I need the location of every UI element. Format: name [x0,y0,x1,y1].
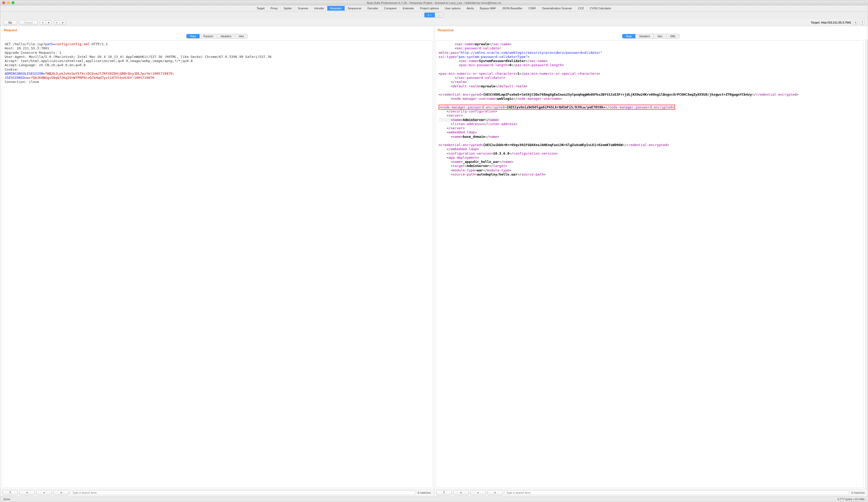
request-tab-hex[interactable]: Hex [235,34,248,38]
next-match-button[interactable]: > [53,490,69,495]
target-label: Target: http://10.211.55.3:7001 [811,21,851,24]
help-button[interactable]: ? [436,490,452,495]
toolbar: Go Cancel < ▾ > ▾ Target: http://10.211.… [0,19,868,26]
help-button[interactable]: ? [2,490,18,495]
repeater-tab-more[interactable]: ... [435,13,444,17]
window-title: Burp Suite Professional v1.7.26 - Tempor… [0,1,868,4]
nav-forward-button[interactable]: > [54,21,60,24]
main-tab-bar: TargetProxySpiderScannerIntruderRepeater… [0,6,868,11]
help-icon[interactable]: ? [860,20,865,25]
next-match-button[interactable]: > [487,490,503,495]
highlighted-password-line: <node-manager-password-encrypted>{AES}yv… [439,105,675,110]
request-header: Request [0,26,434,33]
response-pane: Response RawHeadersHexXML <sec:name>myre… [434,26,868,496]
response-header: Response [434,26,868,33]
tab-target[interactable]: Target [254,6,268,11]
response-tab-hex[interactable]: Hex [654,34,666,38]
request-raw-editor[interactable]: GET /hello/file.jsp?path=config/config.x… [2,40,433,488]
request-search-input[interactable] [71,490,415,495]
response-tab-raw[interactable]: Raw [622,34,636,38]
tab-proxy[interactable]: Proxy [268,6,281,11]
maximize-icon[interactable] [12,1,14,4]
tab-extender[interactable]: Extender [400,6,417,11]
tab-repeater[interactable]: Repeater [327,6,345,11]
tab-json-beautifier[interactable]: JSON Beautifier [499,6,526,11]
tab-project-options[interactable]: Project options [417,6,442,11]
add-button[interactable]: + [471,490,486,495]
response-scrollbar[interactable] [865,39,868,489]
edit-target-icon[interactable]: ✎ [853,20,858,25]
tab-user-options[interactable]: User options [442,6,464,11]
close-tab-icon[interactable]: × [430,14,431,17]
request-tab-headers[interactable]: Headers [217,34,235,38]
nav-back-button[interactable]: < [40,21,46,24]
tab-csrf[interactable]: CSRF [526,6,539,11]
add-button[interactable]: + [37,490,52,495]
tab-decoder[interactable]: Decoder [364,6,381,11]
response-search-bar: ? < + > 0 matches [434,489,868,496]
request-tab-raw[interactable]: Raw [187,34,200,38]
status-right: 3,777 bytes | 10 millis [837,498,865,501]
close-icon[interactable] [2,1,5,4]
titlebar: Burp Suite Professional v1.7.26 - Tempor… [0,0,868,6]
status-left: Done [3,498,10,501]
go-button[interactable]: Go [3,20,17,25]
tab-spider[interactable]: Spider [281,6,295,11]
minimize-icon[interactable] [7,1,10,4]
nav-back-dropdown[interactable]: ▾ [46,21,51,24]
response-search-input[interactable] [505,490,849,495]
tab-deserialization-scanner[interactable]: Deserialization Scanner [539,6,575,11]
status-bar: Done 3,777 bytes | 10 millis [0,496,868,502]
prev-match-button[interactable]: < [19,490,35,495]
prev-match-button[interactable]: < [453,490,469,495]
response-tab-headers[interactable]: Headers [636,34,654,38]
tab-comparer[interactable]: Comparer [381,6,400,11]
request-match-count: 0 matches [417,491,432,494]
response-match-count: 0 matches [850,491,866,494]
tab-alerts[interactable]: Alerts [464,6,477,11]
request-pane: Request RawParamsHeadersHex GET /hello/f… [0,26,434,496]
repeater-tab-1[interactable]: 1× [424,13,435,17]
tab-scanner[interactable]: Scanner [295,6,311,11]
tab-co2[interactable]: CO2 [575,6,587,11]
cancel-button[interactable]: Cancel [19,20,38,25]
tab-sequencer[interactable]: Sequencer [345,6,364,11]
tab-intruder[interactable]: Intruder [311,6,327,11]
nav-forward-dropdown[interactable]: ▾ [60,21,65,24]
response-tab-xml[interactable]: XML [666,34,680,38]
response-raw-viewer[interactable]: <sec:name>myrealm</sec:name> <sec:passwo… [436,40,864,488]
tab-bypass-waf[interactable]: Bypass WAF [477,6,499,11]
tab-cvss-calculator[interactable]: CVSS Calculator [587,6,614,11]
request-tab-params[interactable]: Params [200,34,217,38]
request-search-bar: ? < + > 0 matches [0,489,434,496]
